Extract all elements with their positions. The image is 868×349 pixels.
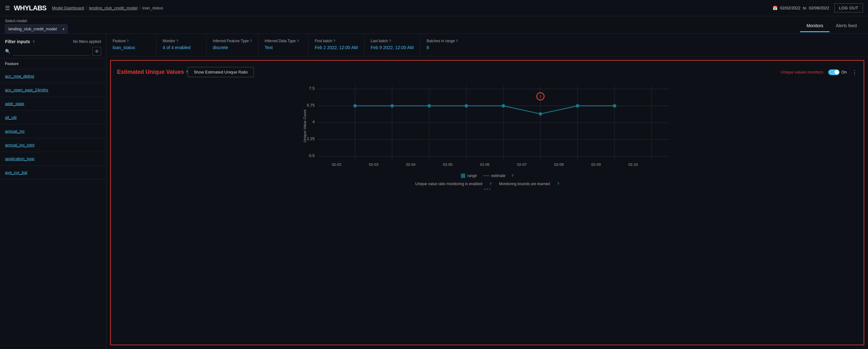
legend-range-item: range [461,173,477,178]
svg-point-26 [576,104,579,107]
feature-question-icon[interactable]: ? [127,39,129,43]
tab-monitors[interactable]: Monitors [800,20,830,32]
chart-legend: range estimate ? [117,173,857,178]
toggle-on-label: On [841,70,847,74]
tab-alerts-feed[interactable]: Alerts feed [830,20,863,32]
svg-text:02-03: 02-03 [369,162,379,167]
info-label-first-batch: First batch ? [315,39,358,43]
chart-header-right: Unique values monitors On ⋮ [774,69,857,76]
model-select[interactable]: lending_club_credit_model [5,24,68,33]
info-label-monitor: Monitor ? [163,39,200,43]
breadcrumb-feature: loan_status [143,6,163,10]
legend-estimate-line [483,176,489,176]
sidebar-item-application-type[interactable]: application_type [0,152,106,166]
date-to: 02/09/2022 [809,6,829,10]
svg-text:02-02: 02-02 [332,162,341,167]
svg-text:02-04: 02-04 [406,162,415,167]
unique-monitors-toggle[interactable] [828,69,839,75]
inferred-feature-type-question-icon[interactable]: ? [250,39,252,43]
footer-text1-question-icon[interactable]: ? [490,182,492,186]
sidebar-item-acc-open-past-24mths[interactable]: acc_open_past_24mths [0,83,106,97]
breadcrumb-sep2: / [139,6,141,10]
sidebar-column-header: Feature [0,59,106,69]
model-select-wrap: Select model: lending_club_credit_model [5,19,68,33]
chart-title: Estimated Unique Values ? [117,69,188,75]
info-label-batches-in-range: Batches in range ? [427,39,862,43]
svg-text:02-08: 02-08 [554,162,564,167]
info-bar: Feature ? loan_status Monitor ? 4 of 4 e… [106,34,868,56]
footer-dots [117,189,857,190]
info-label-last-batch: Last batch ? [371,39,414,43]
select-model-label: Select model: [5,19,68,23]
logout-button[interactable]: LOG OUT [834,3,863,12]
svg-text:02-07: 02-07 [517,162,527,167]
model-select-container: lending_club_credit_model [5,24,68,33]
legend-range-label: range [467,173,477,178]
info-value-batches-in-range: 8 [427,45,862,50]
info-cell-last-batch: Last batch ? Feb 9 2022, 12:00 AM [365,34,421,56]
svg-text:02-06: 02-06 [480,162,490,167]
last-batch-question-icon[interactable]: ? [389,39,391,43]
nav-tabs: Monitors Alerts feed [800,20,863,32]
chart-svg: 7.5 5.75 4 2.25 0.5 Unique Value Count [117,82,857,170]
info-value-first-batch: Feb 2 2022, 12:00 AM [315,45,358,50]
search-icon: 🔍 [5,49,10,54]
info-value-last-batch: Feb 9 2022, 12:00 AM [371,45,414,50]
svg-text:02-09: 02-09 [591,162,601,167]
date-range: 📅 02/02/2022 to 02/09/2022 [773,6,829,10]
breadcrumb-dashboard[interactable]: Model Dashboard [52,6,84,10]
sidebar-item-avg-cur-bal[interactable]: avg_cur_bal [0,166,106,180]
legend-estimate-item: estimate [483,173,505,178]
chart-title-text: Estimated Unique Values [117,69,184,75]
info-label-feature: Feature ? [113,39,150,43]
hamburger-icon[interactable]: ☰ [5,5,10,11]
svg-text:Unique Value Count: Unique Value Count [303,109,307,142]
sidebar-item-all-util[interactable]: all_util [0,111,106,124]
filter-header: Filter inputs ? No filters applied 🔍 ⚙ [0,34,106,59]
dot2 [487,189,488,190]
search-input[interactable] [13,47,90,56]
info-cell-inferred-data-type: Inferred Data Type ? Text [258,34,309,56]
legend-question-icon[interactable]: ? [512,174,514,178]
top-nav: ☰ WHYLABS Model Dashboard / lending_club… [0,0,868,16]
svg-text:2.25: 2.25 [307,136,314,141]
svg-text:4: 4 [312,120,314,124]
sidebar-item-acc-now-delinq[interactable]: acc_now_delinq [0,69,106,83]
filter-title: Filter inputs [5,39,30,44]
legend-range-box [461,173,465,178]
sidebar: Filter inputs ? No filters applied 🔍 ⚙ F… [0,34,106,349]
sidebar-item-addr-state[interactable]: addr_state [0,97,106,111]
logo: WHYLABS [14,4,46,12]
batches-in-range-question-icon[interactable]: ? [456,39,458,43]
sidebar-item-annual-inc[interactable]: annual_inc [0,124,106,138]
svg-point-25 [539,112,542,116]
filter-icon-button[interactable]: ⚙ [92,47,101,56]
chart-footer: Unique value ratio monitoring is enabled… [117,182,857,186]
dot3 [489,189,490,190]
search-row: 🔍 ⚙ [5,47,101,56]
nav-right: 📅 02/02/2022 to 02/09/2022 LOG OUT [773,3,863,12]
chart-container: 7.5 5.75 4 2.25 0.5 Unique Value Count [117,82,857,190]
calendar-icon: 📅 [773,6,778,10]
date-separator: to [803,6,806,10]
show-estimated-unique-ratio-button[interactable]: Show Estimated Unique Ratio [188,67,254,77]
sidebar-items: acc_now_delinq acc_open_past_24mths addr… [0,69,106,349]
breadcrumb-model[interactable]: lending_club_credit_model [89,6,137,10]
first-batch-question-icon[interactable]: ? [334,39,335,43]
filter-question-icon[interactable]: ? [33,40,35,44]
model-bar: Select model: lending_club_credit_model … [0,16,868,34]
svg-text:7.5: 7.5 [309,86,315,91]
info-value-inferred-feature-type: discrete [213,45,252,50]
info-label-inferred-feature-type: Inferred Feature Type ? [213,39,252,43]
monitor-question-icon[interactable]: ? [177,39,178,43]
more-options-button[interactable]: ⋮ [852,69,857,76]
chart-section: Estimated Unique Values ? Show Estimated… [110,60,864,345]
inferred-data-type-question-icon[interactable]: ? [297,39,299,43]
svg-point-27 [613,104,616,107]
legend-estimate-label: estimate [491,173,505,178]
footer-text1: Unique value ratio monitoring is enabled [415,182,482,186]
filter-title-row: Filter inputs ? No filters applied [5,39,101,44]
footer-text2-question-icon[interactable]: ? [557,182,559,186]
info-value-feature: loan_status [113,45,150,50]
sidebar-item-annual-inc-joint[interactable]: annual_inc_joint [0,138,106,152]
